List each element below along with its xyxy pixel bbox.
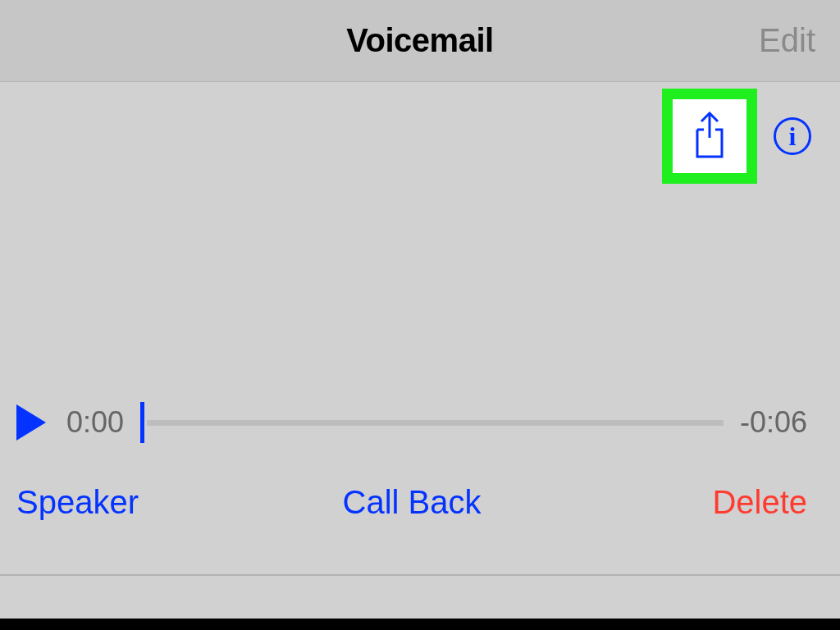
scrubber-handle[interactable] [140,402,144,443]
elapsed-time: 0:00 [66,405,124,440]
share-highlight-box [662,89,757,184]
bottom-edge [0,619,840,630]
voicemail-actions-row: i [662,89,811,184]
info-icon: i [789,121,797,152]
separator-line [0,574,840,576]
navigation-bar: Voicemail Edit [0,0,840,82]
page-title: Voicemail [346,22,493,59]
play-button[interactable] [16,404,46,441]
share-icon [689,112,730,161]
share-button[interactable] [673,99,746,173]
call-back-button[interactable]: Call Back [343,484,482,521]
remaining-time: -0:06 [740,405,807,440]
scrubber-background [147,420,724,426]
info-button[interactable]: i [774,117,811,155]
playback-controls: 0:00 -0:06 [16,402,807,443]
speaker-button[interactable]: Speaker [16,484,139,521]
action-buttons-row: Speaker Call Back Delete [16,484,807,521]
edit-button[interactable]: Edit [759,22,815,59]
delete-button[interactable]: Delete [712,484,807,521]
scrubber-track[interactable] [140,402,724,443]
